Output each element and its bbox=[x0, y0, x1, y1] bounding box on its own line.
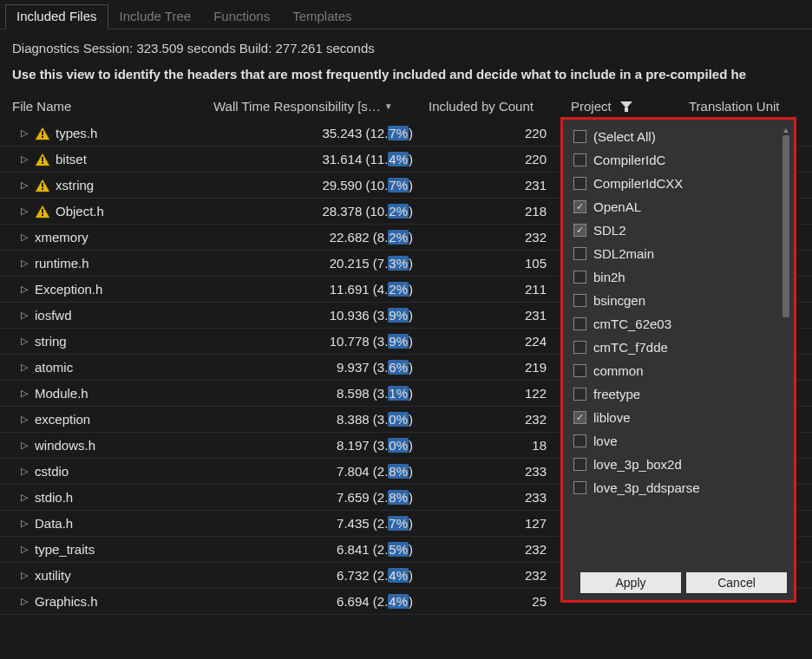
filter-item[interactable]: SDL2 bbox=[570, 219, 790, 242]
file-name: types.h bbox=[56, 126, 97, 140]
file-name-cell: ▷Graphics.h bbox=[12, 594, 213, 609]
checkbox-icon[interactable] bbox=[573, 341, 586, 354]
expander-icon[interactable]: ▷ bbox=[19, 310, 29, 321]
filter-item[interactable]: CompilerIdC bbox=[570, 148, 790, 172]
expander-icon[interactable]: ▷ bbox=[19, 414, 29, 425]
wall-time-value: 8.197 (3. bbox=[337, 438, 388, 453]
expander-icon[interactable]: ▷ bbox=[19, 570, 29, 581]
filter-item[interactable]: cmTC_f7dde bbox=[570, 336, 790, 359]
checkbox-icon[interactable] bbox=[573, 294, 586, 307]
expander-icon[interactable]: ▷ bbox=[19, 179, 29, 191]
filter-item[interactable]: bin2h bbox=[570, 265, 790, 289]
filter-item[interactable]: freetype bbox=[570, 382, 790, 406]
apply-button[interactable]: Apply bbox=[580, 572, 681, 593]
tab-bar: Included FilesInclude TreeFunctionsTempl… bbox=[0, 0, 812, 29]
checkbox-icon[interactable] bbox=[573, 271, 586, 284]
tab-include-tree[interactable]: Include Tree bbox=[108, 4, 203, 29]
expander-icon[interactable]: ▷ bbox=[19, 206, 29, 217]
filter-item[interactable]: love bbox=[570, 429, 790, 453]
expander-icon[interactable]: ▷ bbox=[19, 388, 29, 399]
filter-item[interactable]: bsincgen bbox=[570, 289, 790, 312]
expander-icon[interactable]: ▷ bbox=[19, 336, 29, 347]
filter-item[interactable]: OpenAL bbox=[570, 195, 790, 219]
checkbox-icon[interactable] bbox=[573, 481, 586, 494]
filter-item[interactable]: love_3p_box2d bbox=[570, 453, 790, 476]
file-name-cell: ▷Data.h bbox=[12, 516, 213, 531]
filter-item[interactable]: (Select All) bbox=[570, 125, 790, 148]
included-by-count-cell: 231 bbox=[429, 178, 571, 192]
included-by-count-cell: 127 bbox=[429, 516, 571, 531]
filter-item[interactable]: love_3p_ddsparse bbox=[570, 476, 790, 499]
filter-item[interactable]: CompilerIdCXX bbox=[570, 172, 790, 195]
expander-icon[interactable]: ▷ bbox=[19, 284, 29, 295]
wall-time-cell: 6.732 (2.4%) bbox=[213, 568, 429, 583]
cancel-button[interactable]: Cancel bbox=[686, 572, 787, 593]
expander-icon[interactable]: ▷ bbox=[19, 518, 29, 529]
scroll-up-icon[interactable]: ▲ bbox=[781, 125, 791, 135]
tab-functions[interactable]: Functions bbox=[202, 4, 281, 29]
file-name-cell: ▷exception bbox=[12, 412, 213, 427]
filter-item-label: SDL2main bbox=[593, 246, 654, 261]
filter-item[interactable]: cmTC_62e03 bbox=[570, 312, 790, 336]
hint-line: Use this view to identify the headers th… bbox=[12, 64, 800, 85]
wall-time-suffix: ) bbox=[409, 282, 413, 297]
filter-icon[interactable] bbox=[620, 101, 632, 112]
expander-icon[interactable]: ▷ bbox=[19, 440, 29, 451]
tab-included-files[interactable]: Included Files bbox=[5, 4, 108, 29]
expander-icon[interactable]: ▷ bbox=[19, 232, 29, 243]
filter-item[interactable]: liblove bbox=[570, 406, 790, 429]
column-project[interactable]: Project bbox=[571, 99, 689, 114]
filter-item[interactable]: common bbox=[570, 359, 790, 382]
included-by-count-cell: 232 bbox=[429, 412, 571, 427]
checkbox-icon[interactable] bbox=[573, 177, 586, 190]
scroll-thumb[interactable] bbox=[783, 135, 789, 317]
wall-time-highlight: 4% bbox=[388, 568, 409, 583]
column-included-by-count[interactable]: Included by Count bbox=[429, 99, 571, 114]
wall-time-suffix: ) bbox=[409, 308, 413, 323]
checkbox-icon[interactable] bbox=[573, 411, 586, 424]
included-by-count-cell: 218 bbox=[429, 204, 571, 219]
checkbox-icon[interactable] bbox=[573, 247, 586, 260]
checkbox-icon[interactable] bbox=[573, 458, 586, 471]
warning-icon bbox=[35, 153, 50, 166]
checkbox-icon[interactable] bbox=[573, 130, 586, 143]
included-by-count-cell: 232 bbox=[429, 568, 571, 583]
checkbox-icon[interactable] bbox=[573, 317, 586, 330]
expander-icon[interactable]: ▷ bbox=[19, 362, 29, 373]
included-by-count-cell: 233 bbox=[429, 464, 571, 479]
column-file-name[interactable]: File Name bbox=[12, 99, 213, 114]
checkbox-icon[interactable] bbox=[573, 153, 586, 166]
expander-icon[interactable]: ▷ bbox=[19, 153, 29, 165]
checkbox-icon[interactable] bbox=[573, 434, 586, 447]
wall-time-cell: 7.804 (2.8%) bbox=[213, 464, 429, 479]
wall-time-cell: 9.937 (3.6%) bbox=[213, 360, 429, 375]
expander-icon[interactable]: ▷ bbox=[19, 127, 29, 139]
wall-time-highlight: 8% bbox=[388, 490, 409, 505]
file-name-cell: ▷xstring bbox=[12, 178, 213, 192]
filter-item-label: common bbox=[593, 363, 644, 378]
expander-icon[interactable]: ▷ bbox=[19, 258, 29, 269]
column-translation-unit[interactable]: Translation Unit bbox=[689, 99, 812, 114]
filter-item[interactable]: SDL2main bbox=[570, 242, 790, 265]
wall-time-suffix: ) bbox=[409, 256, 413, 271]
wall-time-value: 28.378 (10. bbox=[322, 204, 388, 219]
wall-time-value: 7.659 (2. bbox=[337, 490, 388, 505]
file-name-cell: ▷Exception.h bbox=[12, 282, 213, 297]
expander-icon[interactable]: ▷ bbox=[19, 466, 29, 477]
expander-icon[interactable]: ▷ bbox=[19, 596, 29, 607]
included-by-count-cell: 232 bbox=[429, 230, 571, 245]
column-wall-time[interactable]: Wall Time Responsibility [s… ▼ bbox=[213, 99, 429, 114]
checkbox-icon[interactable] bbox=[573, 224, 586, 237]
scroll-track[interactable] bbox=[781, 135, 791, 565]
wall-time-highlight: 8% bbox=[388, 464, 409, 479]
expander-icon[interactable]: ▷ bbox=[19, 492, 29, 503]
file-name: xstring bbox=[56, 178, 94, 192]
info-block: Diagnostics Session: 323.509 seconds Bui… bbox=[0, 29, 812, 87]
checkbox-icon[interactable] bbox=[573, 388, 586, 401]
filter-scrollbar[interactable]: ▲ ▼ bbox=[781, 125, 791, 565]
checkbox-icon[interactable] bbox=[573, 364, 586, 377]
tab-templates[interactable]: Templates bbox=[281, 4, 363, 29]
wall-time-suffix: ) bbox=[409, 360, 413, 375]
checkbox-icon[interactable] bbox=[573, 200, 586, 213]
expander-icon[interactable]: ▷ bbox=[19, 544, 29, 555]
